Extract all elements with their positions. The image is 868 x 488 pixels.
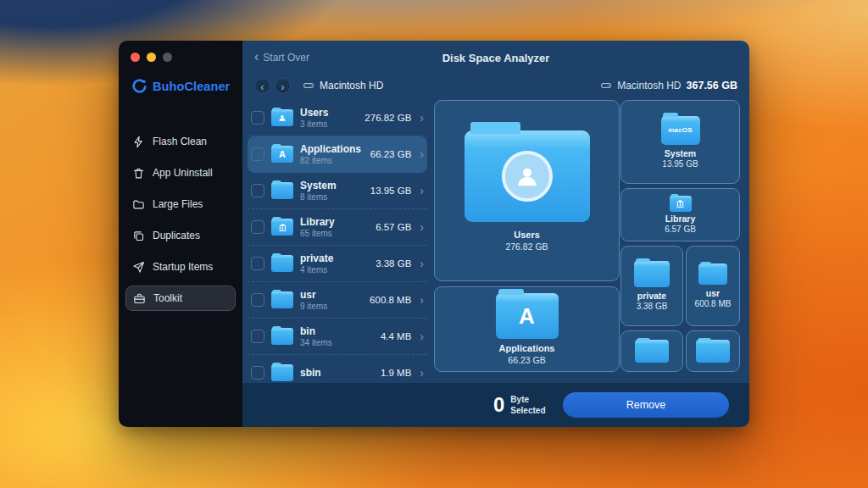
folder-checkbox[interactable] [251,330,264,343]
sidebar-item-label: Duplicates [153,230,200,241]
minimize-button[interactable] [147,53,156,62]
sidebar-item-toolkit[interactable]: Toolkit [125,286,236,311]
macos-badge: macOS [668,126,693,134]
treemap-size: 3.38 GB [637,302,668,311]
footer-bar: 0 Byte Selected Remove [242,383,749,427]
disk-icon [600,80,612,92]
lightning-icon [132,136,145,148]
treemap-applications-box[interactable]: A Applications 66.23 GB [434,286,620,372]
folder-size: 66.23 GB [370,149,412,159]
folder-row-bin[interactable]: bin34 items 4.4 MB › [248,319,427,355]
breadcrumb-bar: ‹ › Macintosh HD Macintosh HD 367.56 GB [242,75,749,97]
treemap-size: 600.8 MB [695,299,732,308]
folder-row-applications[interactable]: A Applications82 items 66.23 GB › [248,136,427,173]
treemap-usr-box[interactable]: usr 600.8 MB [686,246,740,326]
folder-name: Applications [300,143,361,155]
folder-size: 276.82 GB [364,113,411,123]
sidebar-item-label: App Uninstall [153,167,213,179]
window-controls [131,53,172,62]
folder-row-private[interactable]: private4 items 3.38 GB › [248,246,427,282]
chevron-right-icon[interactable]: › [420,184,424,197]
library-folder-icon [670,196,692,212]
sidebar-item-app-uninstall[interactable]: App Uninstall [125,160,236,186]
folder-checkbox[interactable] [251,366,264,380]
folder-items: 82 items [300,156,361,165]
chevron-right-icon[interactable]: › [420,293,424,307]
folder-name: private [300,252,333,264]
duplicates-icon [132,230,145,242]
treemap-private-box[interactable]: private 3.38 GB [620,246,683,326]
usr-folder-icon [698,263,727,285]
desktop-wallpaper: { "app": { "name": "BuhoCleaner" }, "sid… [0,0,868,488]
folder-checkbox[interactable] [251,293,264,307]
sidebar: BuhoCleaner Flash Clean App Uninstall La… [119,41,242,427]
nav-forward-button[interactable]: › [275,78,291,94]
folder-items: 65 items [300,229,335,238]
chevron-right-icon[interactable]: › [420,111,424,125]
folder-size: 4.4 MB [381,331,411,341]
treemap-label: System [665,148,696,158]
sidebar-item-flash-clean[interactable]: Flash Clean [125,129,236,154]
nav-back-button[interactable]: ‹ [254,78,270,94]
treemap-size: 6.57 GB [665,225,696,234]
usr-folder-icon [271,291,293,308]
top-bar: ‹ Start Over Disk Space Analyzer [242,41,749,75]
chevron-right-icon[interactable]: › [420,220,424,234]
remove-button[interactable]: Remove [563,392,729,418]
treemap-label: usr [706,288,720,298]
folder-name: System [300,180,337,191]
folder-checkbox[interactable] [251,220,264,234]
folder-checkbox[interactable] [251,257,264,270]
close-button[interactable] [131,53,140,62]
treemap-size: 13.95 GB [662,159,698,169]
start-over-button[interactable]: ‹ Start Over [254,52,309,64]
app-window: BuhoCleaner Flash Clean App Uninstall La… [119,41,749,427]
sidebar-item-duplicates[interactable]: Duplicates [125,223,236,248]
sidebar-item-startup-items[interactable]: Startup Items [125,254,236,280]
applications-folder-icon: A [271,146,293,163]
folder-row-library[interactable]: Library65 items 6.57 GB › [248,209,427,246]
private-folder-icon [634,261,670,287]
folder-row-usr[interactable]: usr9 items 600.8 MB › [248,282,427,319]
selected-count: 0 [493,393,504,417]
sidebar-item-large-files[interactable]: Large Files [125,191,236,217]
treemap-size: 66.23 GB [508,355,545,365]
private-folder-icon [271,255,293,272]
chevron-right-icon[interactable]: › [420,257,424,270]
folder-items: 3 items [300,119,328,129]
treemap-bin-box[interactable] [620,330,683,372]
users-folder-icon [271,109,293,126]
breadcrumb-label: Macintosh HD [320,80,383,92]
treemap-label: Library [665,214,696,224]
folder-checkbox[interactable] [251,184,264,197]
folder-name: Users [300,107,328,119]
treemap-system-box[interactable]: macOS System 13.95 GB [620,100,740,184]
folder-checkbox[interactable] [251,147,264,161]
back-chevron-icon: ‹ [254,50,259,64]
folder-row-system[interactable]: System8 items 13.95 GB › [248,173,427,209]
breadcrumb[interactable]: Macintosh HD [303,80,383,92]
applications-folder-icon: A [496,293,559,339]
sidebar-nav: Flash Clean App Uninstall Large Files Du… [119,129,242,311]
selected-label: Selected [510,405,545,416]
chevron-right-icon[interactable]: › [420,330,424,343]
chevron-right-icon[interactable]: › [420,366,424,380]
folder-checkbox[interactable] [251,111,264,125]
folder-row-users[interactable]: Users3 items 276.82 GB › [248,100,427,136]
folder-name: usr [300,289,327,301]
treemap-library-box[interactable]: Library 6.57 GB [620,188,740,241]
chevron-right-icon[interactable]: › [420,147,424,161]
folder-size: 1.9 MB [381,368,411,378]
folder-items: 8 items [300,192,337,202]
sidebar-item-label: Startup Items [153,261,213,273]
treemap-users-box[interactable]: Users 276.82 GB [434,100,620,281]
folder-name: sbin [300,367,321,379]
app-logo: BuhoCleaner [131,78,230,94]
folder-items: 34 items [300,338,332,347]
letter-a-badge: A [519,303,535,330]
selection-summary: 0 Byte Selected [493,393,546,417]
treemap-sbin-box[interactable] [686,330,740,372]
sbin-folder-icon [696,340,730,363]
zoom-button[interactable] [163,53,172,62]
disk-name: Macintosh HD [617,80,681,92]
